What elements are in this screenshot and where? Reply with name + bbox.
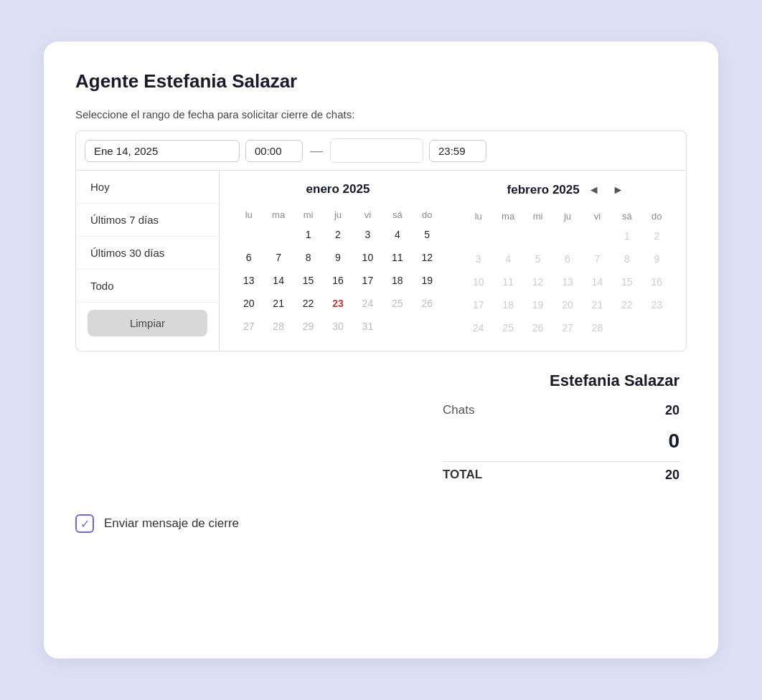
summary-total-value: 20 <box>665 468 679 483</box>
calendar-january: enero 2025 lu ma mi ju vi sá do <box>234 182 442 339</box>
table-row[interactable]: 20 <box>234 292 263 315</box>
shortcut-hoy[interactable]: Hoy <box>76 171 219 204</box>
table-row[interactable]: 18 <box>493 293 522 316</box>
table-row[interactable]: 26 <box>523 316 552 339</box>
shortcut-todo[interactable]: Todo <box>76 270 219 303</box>
table-row[interactable]: 30 <box>323 315 352 338</box>
jan-th-vi: vi <box>353 207 382 223</box>
table-row[interactable]: 5 <box>413 223 442 246</box>
table-row[interactable]: 17 <box>464 293 493 316</box>
table-row[interactable]: 20 <box>552 293 582 316</box>
table-row[interactable]: 6 <box>234 246 263 269</box>
table-row[interactable]: 8 <box>293 246 323 269</box>
summary-chats-value: 20 <box>665 403 679 418</box>
clear-button[interactable]: Limpiar <box>88 310 207 336</box>
table-row[interactable]: 31 <box>353 315 382 338</box>
summary-chats-label: Chats <box>443 403 474 418</box>
table-row[interactable]: 1 <box>612 224 641 247</box>
table-row[interactable]: 13 <box>552 270 582 293</box>
table-row[interactable] <box>583 224 612 247</box>
table-row[interactable]: 5 <box>523 247 552 270</box>
table-row[interactable]: 27 <box>552 316 582 339</box>
table-row[interactable]: 3 <box>464 247 493 270</box>
table-row[interactable]: 24 <box>353 292 382 315</box>
end-time-input[interactable] <box>429 140 486 162</box>
table-row[interactable]: 21 <box>263 292 293 315</box>
table-row[interactable]: 7 <box>263 246 293 269</box>
table-row-today[interactable]: 23 <box>323 292 352 315</box>
table-row[interactable]: 26 <box>413 292 442 315</box>
shortcut-ultimos30[interactable]: Últimos 30 días <box>76 237 219 270</box>
start-date-input[interactable] <box>85 140 240 162</box>
table-row[interactable] <box>234 223 263 246</box>
table-row <box>612 316 641 339</box>
date-range-row: — <box>75 131 687 170</box>
table-row[interactable]: 25 <box>382 292 412 315</box>
table-row[interactable] <box>493 224 522 247</box>
prev-month-button[interactable]: ◄ <box>584 182 604 198</box>
summary-total-row: TOTAL 20 <box>443 461 679 488</box>
send-message-checkbox[interactable]: ✓ <box>75 514 94 533</box>
table-row[interactable]: 2 <box>323 223 352 246</box>
feb-th-ma: ma <box>493 208 522 224</box>
main-card: Agente Estefania Salazar Seleccione el r… <box>44 42 718 658</box>
feb-th-vi: vi <box>583 208 612 224</box>
jan-th-ju: ju <box>323 207 352 223</box>
table-row[interactable]: 22 <box>612 293 641 316</box>
table-row[interactable]: 27 <box>234 315 263 338</box>
table-row[interactable] <box>552 224 582 247</box>
table-row[interactable]: 18 <box>382 269 412 292</box>
table-row[interactable]: 2 <box>642 224 672 247</box>
table-row[interactable]: 14 <box>263 269 293 292</box>
table-row[interactable] <box>464 224 493 247</box>
table-row[interactable]: 21 <box>583 293 612 316</box>
table-row[interactable]: 19 <box>523 293 552 316</box>
jan-th-do: do <box>413 207 442 223</box>
january-grid: lu ma mi ju vi sá do 1 <box>234 207 442 338</box>
table-row[interactable]: 3 <box>353 223 382 246</box>
end-date-input-empty[interactable] <box>330 138 423 163</box>
table-row[interactable]: 9 <box>642 247 672 270</box>
date-range-dash: — <box>310 143 323 159</box>
table-row <box>382 315 412 338</box>
table-row[interactable]: 12 <box>523 270 552 293</box>
table-row[interactable]: 25 <box>493 316 522 339</box>
table-row[interactable]: 1 <box>293 223 323 246</box>
table-row[interactable]: 14 <box>583 270 612 293</box>
table-row[interactable]: 4 <box>382 223 412 246</box>
table-row[interactable]: 7 <box>583 247 612 270</box>
table-row[interactable] <box>263 223 293 246</box>
table-row[interactable]: 28 <box>583 316 612 339</box>
table-row[interactable]: 4 <box>493 247 522 270</box>
table-row[interactable]: 17 <box>353 269 382 292</box>
table-row[interactable]: 13 <box>234 269 263 292</box>
calendar-container: Hoy Últimos 7 días Últimos 30 días Todo … <box>75 170 687 351</box>
table-row[interactable]: 16 <box>323 269 352 292</box>
table-row[interactable]: 10 <box>353 246 382 269</box>
start-time-input[interactable] <box>245 140 303 162</box>
table-row[interactable]: 24 <box>464 316 493 339</box>
table-row[interactable]: 11 <box>493 270 522 293</box>
table-row[interactable] <box>523 224 552 247</box>
table-row[interactable]: 19 <box>413 269 442 292</box>
table-row[interactable]: 29 <box>293 315 323 338</box>
shortcut-ultimos7[interactable]: Últimos 7 días <box>76 204 219 237</box>
table-row[interactable]: 15 <box>293 269 323 292</box>
table-row[interactable]: 10 <box>464 270 493 293</box>
table-row[interactable]: 22 <box>293 292 323 315</box>
table-row[interactable]: 28 <box>263 315 293 338</box>
table-row[interactable]: 15 <box>612 270 641 293</box>
table-row[interactable]: 12 <box>413 246 442 269</box>
table-row[interactable]: 11 <box>382 246 412 269</box>
table-row[interactable]: 9 <box>323 246 352 269</box>
next-month-button[interactable]: ► <box>608 182 629 198</box>
checkbox-label: Enviar mensaje de cierre <box>104 516 239 531</box>
jan-th-ma: ma <box>263 207 293 223</box>
table-row[interactable]: 16 <box>642 270 672 293</box>
calendar-february: febrero 2025 ◄ ► lu ma mi ju vi sá do <box>464 182 672 339</box>
table-row[interactable]: 8 <box>612 247 641 270</box>
jan-th-sa: sá <box>382 207 412 223</box>
feb-th-lu: lu <box>464 208 493 224</box>
table-row[interactable]: 23 <box>642 293 672 316</box>
table-row[interactable]: 6 <box>552 247 582 270</box>
